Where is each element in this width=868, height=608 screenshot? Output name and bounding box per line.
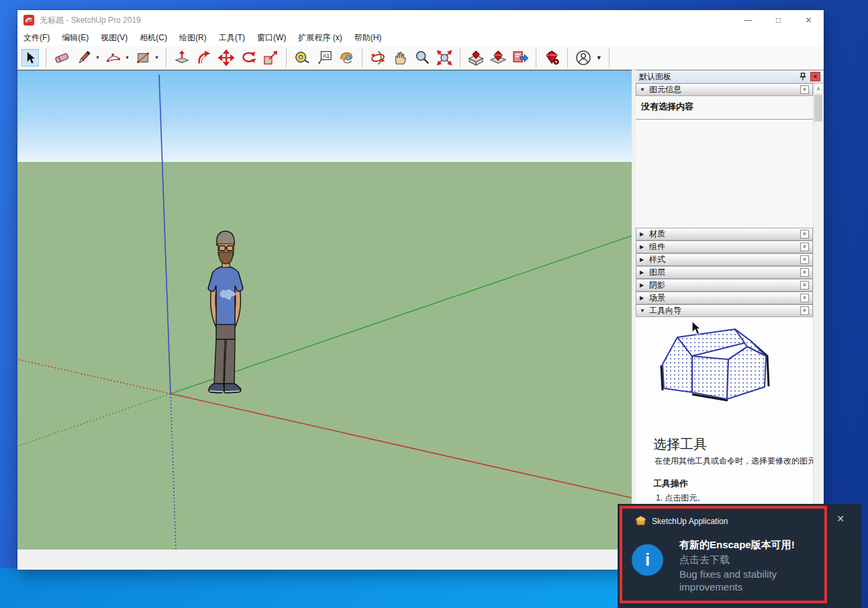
minimize-button[interactable]: — [733, 10, 763, 30]
menu-draw[interactable]: 绘图(R) [173, 32, 213, 44]
scale-icon [262, 50, 279, 66]
section-close-button[interactable]: × [800, 281, 809, 290]
chevron-collapsed-icon: ▶ [640, 295, 649, 301]
zoom-tool-button[interactable] [414, 49, 431, 67]
toolbar-separator [46, 48, 46, 67]
extension-manager-button[interactable] [543, 49, 561, 67]
send-to-enscape-button[interactable] [512, 49, 529, 67]
scale-figure-person[interactable] [193, 228, 257, 397]
section-scenes[interactable]: ▶ 场景 × [636, 292, 813, 304]
instructor-heading: 选择工具 [653, 435, 813, 453]
section-label: 图层 [649, 267, 665, 278]
export-arrow-icon [512, 49, 529, 67]
section-label: 材质 [649, 228, 665, 240]
text-icon: A1 [316, 50, 332, 66]
scrollbar-thumb[interactable] [814, 95, 822, 122]
arc-tool-button[interactable] [105, 49, 122, 67]
rotate-tool-button[interactable] [240, 49, 257, 67]
toolbar-separator [166, 48, 166, 67]
zoom-extents-button[interactable] [436, 49, 453, 67]
tape-measure-icon [294, 50, 310, 66]
svg-text:A1: A1 [323, 52, 330, 59]
arc-tool-dropdown[interactable]: ▼ [125, 55, 130, 60]
panel-scrollbar[interactable]: ∧ [813, 83, 823, 550]
tape-measure-tool-button[interactable] [293, 49, 311, 67]
eraser-tool-button[interactable] [53, 49, 70, 67]
section-styles[interactable]: ▶ 样式 × [636, 253, 813, 266]
close-button[interactable]: ✕ [793, 10, 824, 30]
section-close-button[interactable]: × [800, 230, 809, 238]
notification-toast[interactable]: SketchUp Application ✕ i 有新的Enscape版本可用!… [618, 504, 861, 608]
toast-close-button[interactable]: ✕ [836, 513, 845, 524]
panel-close-button[interactable]: × [810, 72, 820, 81]
section-layers[interactable]: ▶ 图层 × [636, 266, 813, 279]
paint-bucket-icon [338, 50, 354, 66]
toolbar-separator [536, 48, 536, 67]
menu-bar: 文件(F) 编辑(E) 视图(V) 相机(C) 绘图(R) 工具(T) 窗口(W… [17, 30, 824, 46]
menu-window[interactable]: 窗口(W) [251, 32, 292, 44]
toolbar: ▼ ▼ ▼ [17, 46, 824, 70]
scale-tool-button[interactable] [262, 49, 279, 67]
cursor-icon [692, 321, 701, 335]
section-close-button[interactable]: × [800, 294, 809, 302]
pan-tool-button[interactable] [391, 49, 409, 67]
line-tool-dropdown[interactable]: ▼ [95, 55, 100, 60]
menu-view[interactable]: 视图(V) [95, 32, 134, 44]
select-tool-button[interactable] [21, 49, 39, 67]
followme-tool-button[interactable] [195, 49, 213, 67]
toast-title: 有新的Enscape版本可用! [679, 539, 832, 552]
panel-title: 默认面板 [639, 71, 671, 83]
entity-info-content: 没有选择内容 [636, 96, 813, 228]
pencil-icon [76, 50, 92, 66]
paint-bucket-tool-button[interactable] [338, 49, 355, 67]
desktop-gradient-strip [0, 568, 618, 608]
move-icon [218, 50, 234, 66]
menu-help[interactable]: 帮助(H) [348, 32, 388, 44]
scroll-up-button[interactable]: ∧ [814, 83, 823, 94]
ruby-gear-icon [543, 49, 561, 67]
section-label: 图元信息 [649, 84, 681, 95]
chevron-collapsed-icon: ▶ [640, 244, 649, 250]
menu-camera[interactable]: 相机(C) [134, 32, 173, 44]
section-close-button[interactable]: × [800, 243, 809, 251]
sketchup-app-icon [636, 516, 646, 526]
3d-warehouse-button[interactable] [489, 49, 507, 67]
account-button[interactable] [575, 49, 592, 67]
move-tool-button[interactable] [218, 49, 235, 67]
instructor-step: 1. 点击图元。 [656, 492, 813, 504]
toast-subtitle[interactable]: 点击去下载 [679, 554, 832, 566]
section-label: 工具向导 [649, 305, 681, 316]
section-entity-info[interactable]: ▼ 图元信息 × [636, 83, 813, 96]
section-close-button[interactable]: × [800, 255, 809, 264]
warehouse-gem-icon [489, 49, 507, 67]
followme-icon [196, 50, 212, 66]
menu-file[interactable]: 文件(F) [17, 32, 56, 44]
rectangle-tool-button[interactable] [134, 49, 152, 67]
extension-warehouse-button[interactable] [467, 49, 485, 67]
sketchup-logo-icon [23, 15, 34, 26]
instructor-ops-title: 工具操作 [653, 478, 813, 490]
account-dropdown[interactable]: ▼ [596, 54, 602, 61]
toolbar-separator [286, 48, 287, 67]
line-tool-button[interactable] [75, 49, 93, 67]
chevron-collapsed-icon: ▶ [640, 257, 649, 263]
section-close-button[interactable]: × [800, 85, 809, 94]
toast-text: 有新的Enscape版本可用! 点击去下载 Bug fixes and stab… [679, 539, 832, 593]
section-shadows[interactable]: ▶ 阴影 × [636, 279, 813, 292]
select-icon [23, 50, 38, 65]
pushpull-tool-button[interactable] [173, 49, 191, 67]
section-components[interactable]: ▶ 组件 × [636, 241, 813, 253]
section-close-button[interactable]: × [800, 268, 809, 277]
pin-button[interactable] [798, 72, 808, 82]
menu-edit[interactable]: 编辑(E) [56, 32, 95, 44]
section-instructor[interactable]: ▼ 工具向导 × [636, 304, 813, 317]
menu-extensions[interactable]: 扩展程序 (x) [292, 32, 348, 44]
maximize-button[interactable]: □ [763, 10, 793, 30]
section-materials[interactable]: ▶ 材质 × [636, 228, 813, 241]
3d-viewport[interactable] [17, 70, 632, 550]
menu-tools[interactable]: 工具(T) [213, 32, 251, 44]
orbit-tool-button[interactable] [369, 49, 387, 67]
section-close-button[interactable]: × [800, 306, 809, 315]
rectangle-tool-dropdown[interactable]: ▼ [154, 55, 159, 60]
text-tool-button[interactable]: A1 [316, 49, 333, 67]
